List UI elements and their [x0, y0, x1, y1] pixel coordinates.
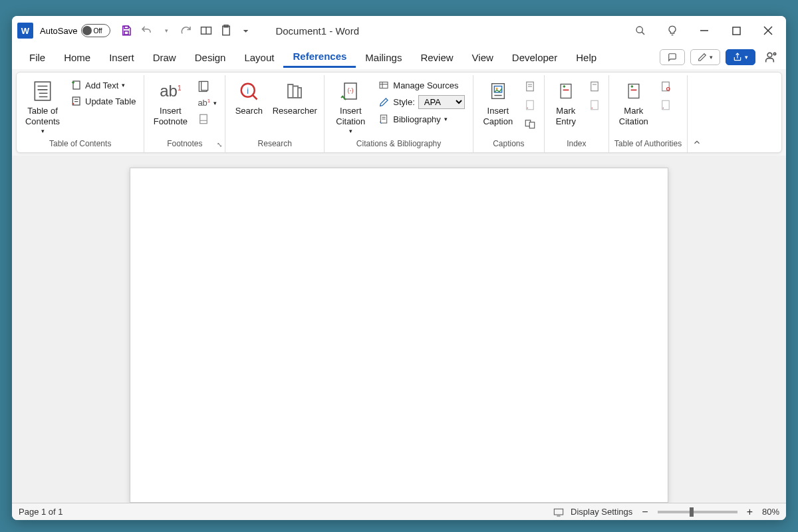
- mark-entry-button[interactable]: Mark Entry: [550, 78, 582, 129]
- qat-customize-icon[interactable]: ⏷: [239, 24, 253, 37]
- cross-reference-button[interactable]: [523, 116, 537, 131]
- researcher-icon: [283, 79, 307, 103]
- svg-rect-1: [124, 31, 128, 35]
- footnote-icon: ab1: [158, 79, 182, 103]
- insert-caption-button[interactable]: Insert Caption: [479, 78, 517, 129]
- group-label-research: Research: [231, 136, 319, 152]
- collapse-ribbon-button[interactable]: [688, 75, 706, 152]
- tab-review[interactable]: Review: [411, 48, 462, 67]
- autosave-control[interactable]: AutoSave Off: [40, 24, 110, 37]
- dialog-launcher-icon[interactable]: ⤡: [217, 141, 222, 148]
- bibliography-icon: [378, 113, 390, 125]
- tab-draw[interactable]: Draw: [144, 48, 186, 67]
- show-notes-button[interactable]: [196, 112, 211, 126]
- tab-layout[interactable]: Layout: [235, 48, 283, 67]
- toc-icon: [31, 79, 55, 103]
- ribbon-tabs: File Home Insert Draw Design Layout Refe…: [12, 45, 786, 69]
- tab-design[interactable]: Design: [186, 48, 235, 67]
- insert-index-button[interactable]: [587, 79, 602, 94]
- mark-citation-icon: [622, 79, 646, 103]
- svg-rect-9: [732, 27, 739, 34]
- editing-mode-button[interactable]: ▾: [690, 49, 720, 65]
- tab-home[interactable]: Home: [55, 48, 100, 67]
- update-authorities-button[interactable]: [658, 98, 673, 112]
- comments-button[interactable]: [660, 49, 685, 65]
- title-bar: W AutoSave Off ▾ ⏷ Document1 - Word: [12, 16, 786, 45]
- display-settings-label[interactable]: Display Settings: [571, 507, 632, 517]
- insert-endnote-button[interactable]: [196, 79, 211, 94]
- collaboration-icon[interactable]: [765, 51, 778, 64]
- lightbulb-icon[interactable]: [666, 25, 678, 37]
- insert-footnote-button[interactable]: ab1 Insert Footnote: [150, 78, 191, 129]
- document-page[interactable]: [130, 168, 668, 503]
- title-actions: [634, 25, 774, 37]
- svg-line-7: [642, 32, 644, 35]
- svg-line-32: [253, 95, 257, 99]
- citation-style-select[interactable]: APA: [418, 95, 465, 109]
- table-nav-icon[interactable]: [200, 24, 213, 37]
- svg-text:(-): (-): [348, 87, 354, 94]
- zoom-level[interactable]: 80%: [762, 507, 779, 517]
- share-button[interactable]: ▾: [726, 49, 755, 65]
- tab-insert[interactable]: Insert: [100, 48, 144, 67]
- svg-text:i: i: [247, 86, 249, 96]
- zoom-out-button[interactable]: −: [639, 506, 650, 518]
- word-app-icon: W: [17, 23, 33, 39]
- manage-sources-button[interactable]: Manage Sources: [375, 78, 467, 92]
- group-research: i Search Researcher Research: [225, 75, 325, 152]
- svg-point-50: [527, 108, 528, 109]
- update-table-button[interactable]: Update Table: [67, 94, 138, 108]
- search-icon[interactable]: [634, 25, 646, 37]
- table-of-contents-button[interactable]: Table of Contents ▾: [22, 78, 63, 136]
- researcher-button[interactable]: Researcher: [271, 78, 319, 118]
- search-button[interactable]: i Search: [231, 78, 267, 118]
- tab-references[interactable]: References: [283, 47, 356, 68]
- insert-authorities-button[interactable]: [658, 79, 673, 94]
- redo-icon[interactable]: [180, 24, 193, 37]
- app-window: W AutoSave Off ▾ ⏷ Document1 - Word: [12, 16, 786, 520]
- insert-caption-icon: [486, 79, 510, 103]
- group-toc: Table of Contents ▾ Add Text ▾ Update Ta…: [17, 75, 144, 152]
- undo-dropdown-icon[interactable]: ▾: [160, 24, 173, 37]
- page-indicator[interactable]: Page 1 of 1: [19, 507, 63, 517]
- manage-sources-icon: [378, 79, 390, 91]
- add-text-button[interactable]: Add Text ▾: [67, 78, 138, 92]
- group-label-captions: Captions: [479, 136, 539, 152]
- svg-point-60: [591, 108, 593, 109]
- mark-citation-button[interactable]: Mark Citation: [614, 78, 653, 129]
- maximize-icon[interactable]: [730, 25, 742, 37]
- style-icon: [378, 96, 390, 108]
- autosave-toggle[interactable]: Off: [81, 24, 110, 37]
- minimize-icon[interactable]: [698, 25, 710, 37]
- citation-style-control[interactable]: Style: APA: [375, 94, 467, 110]
- zoom-in-button[interactable]: +: [744, 506, 755, 518]
- bibliography-button[interactable]: Bibliography ▾: [375, 112, 467, 126]
- group-label-toc: Table of Contents: [22, 136, 138, 152]
- tab-file[interactable]: File: [20, 48, 55, 67]
- tab-view[interactable]: View: [463, 48, 503, 67]
- svg-point-13: [767, 53, 772, 57]
- display-settings-icon[interactable]: [553, 507, 564, 517]
- chevron-down-icon: ▾: [122, 82, 125, 88]
- tab-help[interactable]: Help: [567, 48, 606, 67]
- svg-rect-65: [662, 82, 670, 91]
- update-table-figures-button[interactable]: [523, 98, 537, 112]
- insert-citation-button[interactable]: (-) Insert Citation ▾: [330, 78, 371, 136]
- document-area[interactable]: [12, 156, 786, 503]
- chevron-down-icon: ▾: [444, 116, 448, 122]
- tab-developer[interactable]: Developer: [503, 48, 567, 67]
- add-text-icon: [70, 79, 82, 91]
- group-captions: Insert Caption Captions: [473, 75, 545, 152]
- zoom-slider[interactable]: [658, 511, 737, 513]
- update-index-button[interactable]: [587, 98, 602, 112]
- svg-rect-53: [561, 84, 571, 98]
- undo-icon[interactable]: [140, 24, 153, 37]
- save-icon[interactable]: [120, 24, 133, 37]
- tab-mailings[interactable]: Mailings: [356, 48, 411, 67]
- close-icon[interactable]: [762, 25, 774, 37]
- next-footnote-button[interactable]: ab1▾: [195, 96, 219, 109]
- insert-table-figures-button[interactable]: [523, 79, 537, 94]
- paste-icon[interactable]: [219, 24, 233, 37]
- chevron-down-icon: ▾: [41, 128, 45, 135]
- group-label-citations: Citations & Bibliography: [330, 136, 467, 152]
